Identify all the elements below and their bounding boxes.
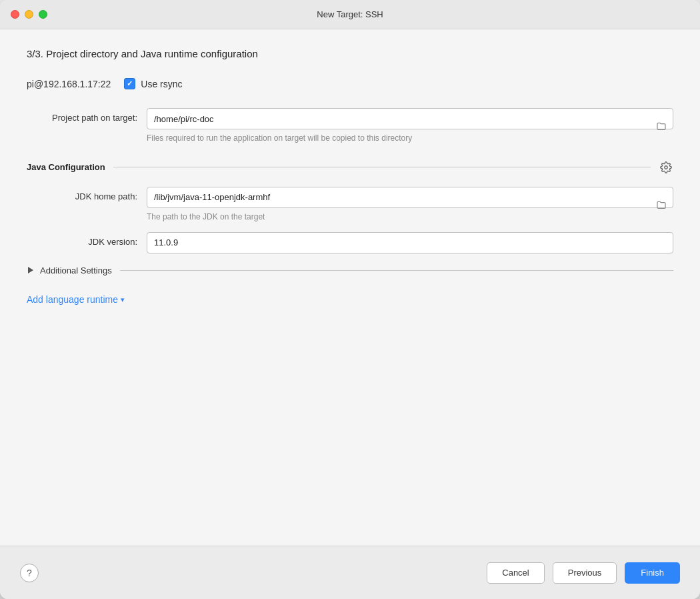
step-title: 3/3. Project directory and Java runtime …: [27, 48, 673, 59]
add-runtime-label: Add language runtime: [27, 294, 118, 305]
finish-button[interactable]: Finish: [625, 562, 680, 584]
java-config-divider: [113, 167, 651, 167]
project-path-input[interactable]: [147, 108, 673, 129]
triangle-right-icon: [28, 267, 33, 273]
additional-settings-divider: [120, 270, 673, 271]
use-rsync-checkbox[interactable]: ✓: [124, 78, 135, 89]
window-title: New Target: SSH: [317, 9, 383, 19]
jdk-home-row: JDK home path: The path to the JDK on th…: [27, 187, 673, 223]
minimize-button[interactable]: [25, 10, 33, 19]
jdk-home-label: JDK home path:: [27, 187, 147, 201]
jdk-home-folder-button[interactable]: [653, 198, 669, 211]
gear-icon: [660, 161, 672, 173]
help-button[interactable]: ?: [20, 564, 39, 582]
additional-settings-row: Additional Settings: [27, 265, 673, 275]
dialog-footer: ? Cancel Previous Finish: [0, 546, 700, 599]
svg-point-0: [665, 166, 668, 169]
jdk-version-input[interactable]: [147, 232, 673, 253]
project-path-label: Project path on target:: [27, 108, 147, 123]
footer-right: Cancel Previous Finish: [487, 562, 680, 584]
traffic-lights: [11, 10, 47, 19]
jdk-version-row: JDK version:: [27, 232, 673, 253]
dialog-content: 3/3. Project directory and Java runtime …: [0, 29, 700, 546]
title-bar: New Target: SSH: [0, 0, 700, 29]
jdk-home-hint: The path to the JDK on the target: [147, 211, 673, 223]
use-rsync-label: Use rsync: [141, 79, 182, 89]
project-path-wrapper: Files required to run the application on…: [147, 108, 673, 144]
previous-button[interactable]: Previous: [553, 562, 617, 584]
jdk-home-wrapper: The path to the JDK on the target: [147, 187, 673, 223]
additional-settings-toggle[interactable]: [27, 265, 35, 275]
additional-settings-label: Additional Settings: [40, 265, 112, 275]
connection-host-label: pi@192.168.1.17:22: [27, 79, 111, 89]
close-button[interactable]: [11, 10, 19, 19]
java-config-title: Java Configuration: [27, 162, 105, 172]
chevron-down-icon: ▾: [121, 295, 125, 304]
maximize-button[interactable]: [39, 10, 47, 19]
help-icon: ?: [27, 568, 32, 578]
checkmark-icon: ✓: [127, 80, 133, 87]
folder-icon: [655, 121, 668, 131]
cancel-button[interactable]: Cancel: [487, 562, 544, 584]
add-runtime-row: Add language runtime ▾: [27, 294, 673, 318]
project-path-hint: Files required to run the application on…: [147, 133, 673, 144]
java-config-header: Java Configuration: [27, 160, 673, 175]
add-language-runtime-link[interactable]: Add language runtime ▾: [27, 294, 125, 305]
java-config-gear-button[interactable]: [659, 160, 673, 175]
project-path-row: Project path on target: Files required t…: [27, 108, 673, 144]
use-rsync-container: ✓ Use rsync: [124, 78, 182, 89]
project-path-folder-button[interactable]: [653, 119, 669, 133]
jdk-version-label: JDK version:: [27, 232, 147, 247]
folder-icon: [655, 199, 668, 210]
jdk-home-input[interactable]: [147, 187, 673, 208]
jdk-version-wrapper: [147, 232, 673, 253]
connection-row: pi@192.168.1.17:22 ✓ Use rsync: [27, 78, 673, 89]
footer-left: ?: [20, 564, 39, 582]
dialog-window: New Target: SSH 3/3. Project directory a…: [0, 0, 700, 599]
